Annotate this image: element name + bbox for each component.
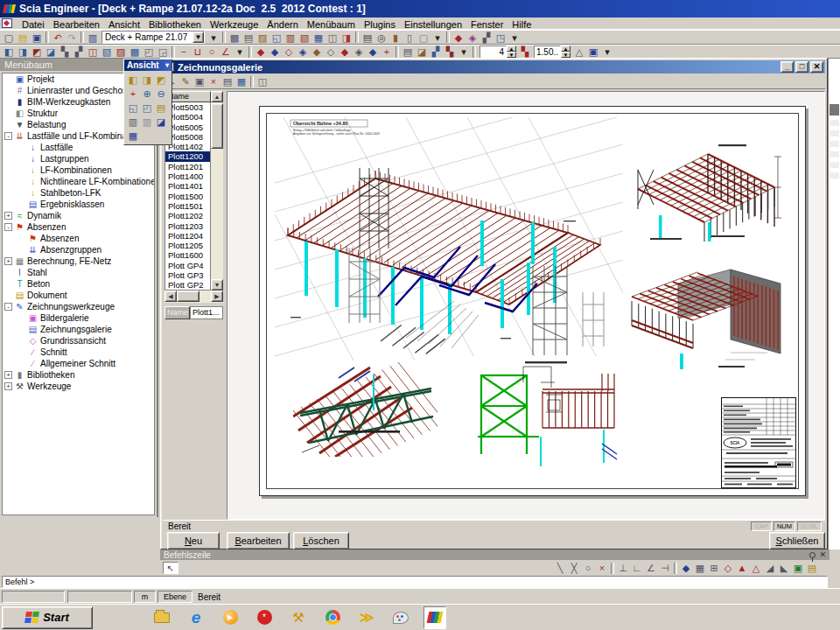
select-solids-icon[interactable]: ◪: [44, 46, 58, 58]
tree-expander[interactable]: +: [4, 382, 12, 390]
dropdown-arrow-icon[interactable]: ▾: [457, 46, 471, 58]
plot-list-hscrollbar[interactable]: ◀ ▶: [164, 290, 223, 303]
image-gallery-icon[interactable]: ▨: [256, 32, 270, 44]
tree-item[interactable]: ⚑ Absenzen: [3, 233, 154, 244]
snap-delete-icon[interactable]: ×: [595, 562, 609, 574]
tree-expander[interactable]: [18, 166, 25, 174]
plot-list-item[interactable]: Plott1501: [165, 201, 210, 211]
project-combobox[interactable]: Deck + Rampe 21.07 ▼: [102, 31, 205, 44]
tree-expander[interactable]: +: [4, 212, 12, 220]
scroll-up-icon[interactable]: ▲: [211, 91, 223, 102]
node-icon[interactable]: ◇: [324, 46, 338, 58]
edit-plot-icon[interactable]: ✎: [178, 75, 192, 88]
tree-item[interactable]: + ⚒ Werkzeuge: [3, 381, 154, 392]
delete-icon[interactable]: ▧: [298, 32, 312, 44]
show-icon[interactable]: ▞: [72, 46, 86, 58]
tree-item[interactable]: ↓ Nichtlineare LF-Kombinationen: [3, 176, 154, 187]
move-icon[interactable]: ◪: [415, 46, 429, 58]
document-icon[interactable]: [2, 18, 12, 28]
close-icon[interactable]: ✕: [819, 550, 826, 559]
plot-list-vscrollbar[interactable]: ▲ ▼: [211, 91, 223, 290]
snap-t-icon[interactable]: △: [749, 562, 763, 574]
plate-icon[interactable]: ◇: [282, 46, 296, 58]
tools-icon[interactable]: ⚒: [287, 606, 310, 629]
circle-icon[interactable]: ○: [205, 46, 219, 58]
save-icon[interactable]: ▣: [30, 32, 44, 44]
tree-item[interactable]: + ▮ Bibliotheken: [3, 369, 154, 381]
menu-item[interactable]: Hilfe: [508, 19, 536, 30]
tree-item[interactable]: ↓ LF-Kombinationen: [3, 164, 154, 176]
tree-expander[interactable]: [18, 200, 25, 208]
select-beams-icon[interactable]: ◨: [16, 46, 30, 58]
mirror-icon[interactable]: ▚: [443, 46, 457, 58]
vscroll-thumb[interactable]: [211, 103, 223, 149]
arrows-icon[interactable]: ≫: [355, 606, 378, 629]
tree-expander[interactable]: +: [4, 257, 12, 265]
plot-list-item[interactable]: Plott1205: [165, 241, 210, 250]
plot-list-item[interactable]: Plott1202: [165, 211, 210, 220]
minimize-icon[interactable]: _: [780, 61, 794, 73]
layers-icon[interactable]: ◰: [142, 46, 156, 58]
plot-list-item[interactable]: Plott1201: [165, 162, 210, 172]
menu-item[interactable]: Fenster: [466, 19, 508, 30]
tree-item[interactable]: ▤ Zeichnungsgalerie: [3, 324, 154, 335]
table-icon[interactable]: ▦: [312, 32, 326, 44]
tree-item[interactable]: ◇ Grundrissansicht: [3, 335, 154, 346]
tree-item[interactable]: ∕ Allgemeiner Schnitt: [3, 358, 154, 369]
select-surfaces-icon[interactable]: ◩: [30, 46, 44, 58]
tree-expander[interactable]: -: [4, 132, 12, 140]
tree-expander[interactable]: [18, 314, 25, 322]
tree-item[interactable]: ▤ Dokument: [3, 290, 154, 301]
tree-expander[interactable]: [18, 144, 25, 151]
wall-icon[interactable]: ◈: [296, 46, 310, 58]
redo-icon[interactable]: ↷: [65, 32, 79, 44]
snap-node-icon[interactable]: ◇: [721, 562, 735, 574]
snap-endpoint-icon[interactable]: ⊥: [616, 562, 630, 574]
rect-icon[interactable]: ⊔: [191, 46, 205, 58]
maximize-icon[interactable]: □: [795, 61, 808, 73]
chevron-down-icon[interactable]: ▼: [192, 32, 204, 43]
tree-item[interactable]: ∕ Schnitt: [3, 346, 154, 358]
snap-cross-icon[interactable]: ╳: [567, 562, 581, 574]
chevron-down-icon[interactable]: ▾: [165, 61, 169, 69]
add-icon[interactable]: +: [380, 46, 394, 58]
tree-expander[interactable]: [18, 155, 25, 163]
page-frame-icon[interactable]: ◨: [340, 32, 354, 44]
menu-item[interactable]: Datei: [18, 19, 49, 30]
scale-lock-icon[interactable]: ▚: [518, 46, 532, 58]
shrink-icon[interactable]: ▧: [100, 46, 114, 58]
copy-plot-icon[interactable]: ▣: [192, 75, 206, 88]
close-icon[interactable]: ✕: [810, 61, 823, 73]
hscroll-thumb[interactable]: [177, 290, 200, 302]
hand-icon[interactable]: *: [253, 606, 276, 629]
tree-expander[interactable]: +: [4, 371, 12, 379]
activity-icon[interactable]: ◳: [494, 32, 508, 44]
views-icon[interactable]: ◲: [156, 46, 170, 58]
tree-item[interactable]: ▣ Bildergalerie: [3, 312, 154, 324]
export-plot-icon[interactable]: ▦: [234, 75, 248, 88]
tree-expander[interactable]: [18, 234, 25, 242]
explode-icon[interactable]: ▨: [114, 46, 128, 58]
beam-icon[interactable]: ◆: [254, 46, 268, 58]
snap-angle-icon[interactable]: ∠: [644, 562, 658, 574]
plot-list-item[interactable]: Plott GP4: [165, 261, 210, 270]
tree-item[interactable]: T Beton: [3, 278, 154, 290]
plot-list-item[interactable]: Plott1203: [165, 221, 210, 231]
regen-icon[interactable]: ▩: [128, 46, 142, 58]
copy-multi-icon[interactable]: ▤: [401, 46, 415, 58]
loeschen-button[interactable]: Löschen: [293, 532, 349, 550]
tree-expander[interactable]: [4, 87, 12, 94]
color-flag-icon[interactable]: ◆: [452, 32, 466, 44]
printer-icon[interactable]: ▤: [360, 32, 374, 44]
tree-expander[interactable]: [4, 269, 12, 276]
fit-icon[interactable]: △: [572, 46, 586, 58]
print-plot-icon[interactable]: ▤: [220, 75, 234, 88]
plot-list-item[interactable]: Plott1204: [165, 231, 210, 241]
select-nodes-icon[interactable]: ◧: [2, 46, 16, 58]
opening-icon[interactable]: ◆: [310, 46, 324, 58]
bearbeiten-button[interactable]: Bearbeiten: [227, 532, 290, 550]
report-icon[interactable]: ▢: [416, 32, 430, 44]
neu-button[interactable]: Neu: [167, 532, 220, 550]
dropdown-arrow-icon[interactable]: ▾: [206, 32, 220, 44]
view-iso-icon[interactable]: ◧: [126, 73, 140, 87]
